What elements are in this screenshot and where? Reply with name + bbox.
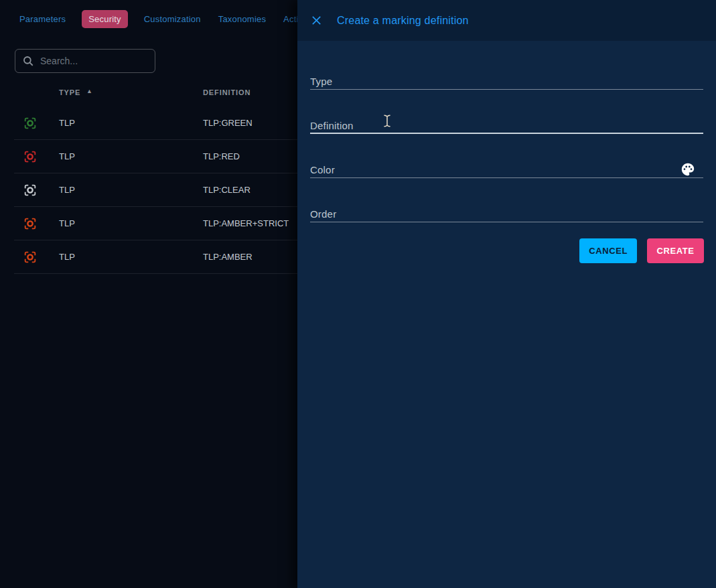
tab-taxonomies[interactable]: Taxonomies	[217, 10, 267, 28]
table-row[interactable]: TLP TLP:GREEN	[14, 106, 297, 140]
column-header-definition[interactable]: Definition	[203, 88, 250, 96]
sort-asc-icon[interactable]: ▲	[86, 88, 92, 94]
row-definition: TLP:RED	[203, 151, 240, 161]
search-input-container[interactable]	[15, 49, 155, 73]
table-row[interactable]: TLP TLP:CLEAR	[14, 173, 297, 207]
tab-customization[interactable]: Customization	[143, 10, 202, 28]
tab-activity[interactable]: Activity	[282, 10, 297, 28]
tab-security[interactable]: Security	[82, 10, 128, 28]
table-row[interactable]: TLP TLP:AMBER+STRICT	[14, 207, 297, 240]
close-icon[interactable]	[306, 11, 326, 31]
drawer-header: Create a marking definition	[297, 0, 716, 41]
cancel-button[interactable]: CANCEL	[579, 238, 637, 263]
row-definition: TLP:AMBER+STRICT	[203, 218, 289, 228]
type-field[interactable]	[310, 67, 703, 94]
center-focus-icon	[23, 250, 38, 265]
table-row[interactable]: TLP TLP:RED	[14, 140, 297, 173]
search-input[interactable]	[40, 56, 141, 66]
center-focus-icon	[23, 183, 38, 198]
drawer-title: Create a marking definition	[337, 15, 469, 27]
row-type: TLP	[59, 185, 75, 195]
row-type: TLP	[59, 252, 75, 262]
column-header-type[interactable]: Type	[59, 88, 80, 96]
table-header: Type ▲ Definition	[0, 87, 297, 100]
row-definition: TLP:GREEN	[203, 118, 253, 128]
settings-top-nav: Parameters Security Customization Taxono…	[0, 0, 297, 38]
row-definition: TLP:CLEAR	[203, 185, 250, 195]
order-field[interactable]	[310, 200, 703, 226]
row-type: TLP	[59, 118, 75, 128]
color-field[interactable]	[310, 155, 703, 182]
create-marking-definition-drawer: Create a marking definition Type Definit…	[297, 0, 716, 588]
row-definition: TLP:AMBER	[203, 252, 253, 262]
row-type: TLP	[59, 151, 75, 161]
center-focus-icon	[23, 149, 38, 164]
create-button[interactable]: CREATE	[647, 238, 704, 263]
center-focus-icon	[23, 216, 38, 231]
center-focus-icon	[23, 116, 38, 131]
tab-parameters[interactable]: Parameters	[18, 10, 67, 28]
palette-icon[interactable]	[680, 162, 696, 178]
table-row[interactable]: TLP TLP:AMBER	[14, 240, 297, 274]
marking-definitions-list: TLP TLP:GREEN TLP TLP:RED TLP TLP:CLEAR	[14, 106, 297, 274]
row-type: TLP	[59, 218, 75, 228]
drawer-actions: CANCEL CREATE	[579, 238, 704, 263]
definition-field[interactable]	[310, 111, 703, 138]
search-icon	[22, 55, 34, 67]
